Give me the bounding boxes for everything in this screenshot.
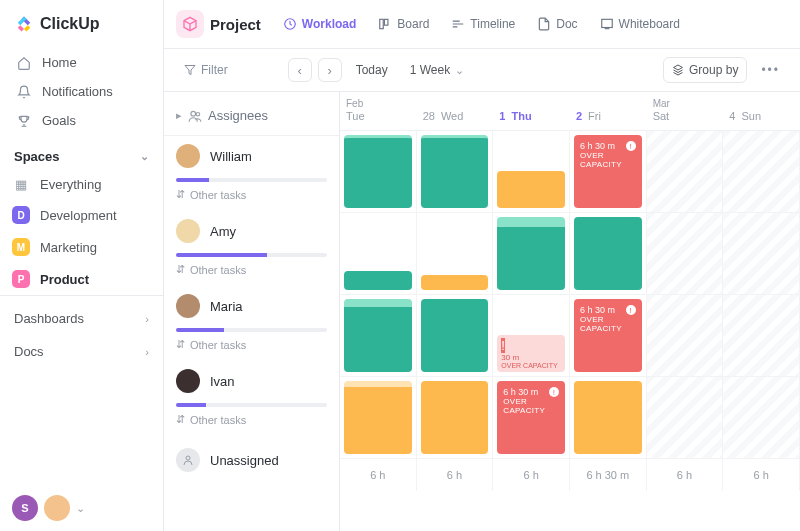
- space-badge: D: [12, 206, 30, 224]
- svg-rect-1: [380, 19, 384, 28]
- task-block[interactable]: [497, 217, 565, 290]
- brand-row: ClickUp: [0, 0, 163, 44]
- grid-cell[interactable]: [417, 377, 494, 459]
- other-tasks-toggle[interactable]: ⇵Other tasks: [176, 257, 327, 286]
- space-badge: P: [12, 270, 30, 288]
- grid-cell[interactable]: [647, 377, 724, 459]
- space-product[interactable]: P Product: [0, 263, 163, 295]
- grid-cell[interactable]: ! 30 m OVER CAPACITY: [493, 295, 570, 377]
- chevron-right-icon: ›: [145, 346, 149, 358]
- grid-row: !6 h 30 mOVER CAPACITY: [340, 377, 800, 459]
- grid-cell[interactable]: [340, 377, 417, 459]
- tab-doc[interactable]: Doc: [529, 11, 585, 37]
- task-block-overcapacity[interactable]: ! 30 m OVER CAPACITY: [497, 335, 565, 372]
- more-button[interactable]: •••: [753, 58, 788, 82]
- nav-label: Home: [42, 55, 77, 70]
- nav-notifications[interactable]: Notifications: [6, 77, 157, 106]
- space-everything[interactable]: ▦ Everything: [0, 170, 163, 199]
- grid-cell[interactable]: [340, 131, 417, 213]
- avatar[interactable]: [44, 495, 70, 521]
- tab-workload[interactable]: Workload: [275, 11, 364, 37]
- grid-cell[interactable]: [647, 295, 724, 377]
- tab-timeline[interactable]: Timeline: [443, 11, 523, 37]
- range-selector[interactable]: 1 Week ⌄: [402, 58, 472, 82]
- grid-cell[interactable]: [570, 377, 647, 459]
- task-block[interactable]: [344, 299, 412, 372]
- assignee-name: Amy: [210, 224, 236, 239]
- filter-button[interactable]: Filter: [176, 58, 236, 82]
- topbar: Project Workload Board Timeline Doc Whit…: [164, 0, 800, 49]
- day-header: 2Fri: [570, 92, 647, 130]
- task-block[interactable]: [421, 299, 489, 372]
- avatar[interactable]: S: [12, 495, 38, 521]
- svg-point-4: [191, 111, 196, 116]
- assignee-unassigned[interactable]: Unassigned: [164, 436, 339, 472]
- task-block[interactable]: [344, 135, 412, 208]
- today-button[interactable]: Today: [348, 58, 396, 82]
- task-block[interactable]: [574, 381, 642, 454]
- hours-cell: 6 h 30 m: [570, 459, 647, 491]
- task-block[interactable]: [421, 381, 489, 454]
- hours-footer: 6 h 6 h 6 h 6 h 30 m 6 h 6 h: [340, 459, 800, 491]
- space-marketing[interactable]: M Marketing: [0, 231, 163, 263]
- assignee-row[interactable]: William ⇵Other tasks: [164, 136, 339, 211]
- trophy-icon: [16, 114, 32, 128]
- task-block-overcapacity[interactable]: !6 h 30 mOVER CAPACITY: [574, 299, 642, 372]
- avatar: [176, 144, 200, 168]
- other-tasks-toggle[interactable]: ⇵Other tasks: [176, 407, 327, 436]
- hours-cell: 6 h: [723, 459, 800, 491]
- grid-cell[interactable]: [493, 213, 570, 295]
- grid-cell[interactable]: [493, 131, 570, 213]
- task-block[interactable]: [574, 217, 642, 290]
- sidebar-docs[interactable]: Docs ›: [0, 335, 163, 368]
- task-block-overcapacity[interactable]: !6 h 30 mOVER CAPACITY: [497, 381, 565, 454]
- link-icon: ⇵: [176, 413, 185, 426]
- space-development[interactable]: D Development: [0, 199, 163, 231]
- svg-rect-2: [385, 19, 389, 25]
- grid-cell[interactable]: [723, 295, 800, 377]
- assignee-row[interactable]: Amy ⇵Other tasks: [164, 211, 339, 286]
- task-block[interactable]: [421, 275, 489, 290]
- assignees-header[interactable]: ▸ Assignees: [164, 92, 339, 136]
- grid-cell[interactable]: [647, 131, 724, 213]
- grid-cell[interactable]: [417, 213, 494, 295]
- assignee-row[interactable]: Ivan ⇵Other tasks: [164, 361, 339, 436]
- clickup-logo-icon: [14, 14, 34, 34]
- grid-cell[interactable]: [723, 213, 800, 295]
- grid-cell[interactable]: !6 h 30 mOVER CAPACITY: [493, 377, 570, 459]
- tab-board[interactable]: Board: [370, 11, 437, 37]
- task-block[interactable]: [344, 381, 412, 454]
- grid-cell[interactable]: !6 h 30 mOVER CAPACITY: [570, 295, 647, 377]
- task-block[interactable]: [497, 171, 565, 208]
- sidebar-dashboards[interactable]: Dashboards ›: [0, 302, 163, 335]
- grid-cell[interactable]: [417, 131, 494, 213]
- assignee-name: William: [210, 149, 252, 164]
- prev-button[interactable]: ‹: [288, 58, 312, 82]
- chevron-down-icon: ⌄: [140, 150, 149, 163]
- task-block[interactable]: [421, 135, 489, 208]
- grid-cell[interactable]: [723, 131, 800, 213]
- nav-goals[interactable]: Goals: [6, 106, 157, 135]
- other-tasks-toggle[interactable]: ⇵Other tasks: [176, 332, 327, 361]
- unassigned-label: Unassigned: [210, 453, 279, 468]
- groupby-button[interactable]: Group by: [663, 57, 747, 83]
- tab-whiteboard[interactable]: Whiteboard: [592, 11, 688, 37]
- task-block[interactable]: [344, 271, 412, 290]
- assignee-row[interactable]: Maria ⇵Other tasks: [164, 286, 339, 361]
- nav-home[interactable]: Home: [6, 48, 157, 77]
- grid-cell[interactable]: [570, 213, 647, 295]
- task-block-overcapacity[interactable]: !6 h 30 mOVER CAPACITY: [574, 135, 642, 208]
- grid-cell[interactable]: [723, 377, 800, 459]
- spaces-header[interactable]: Spaces ⌄: [0, 139, 163, 170]
- project-cube-icon: [176, 10, 204, 38]
- next-button[interactable]: ›: [318, 58, 342, 82]
- grid-cell[interactable]: [417, 295, 494, 377]
- grid-cell[interactable]: [647, 213, 724, 295]
- other-tasks-toggle[interactable]: ⇵Other tasks: [176, 182, 327, 211]
- workload-grid: FebTue 28Wed 1Thu 2Fri MarSat 4Sun !6 h …: [340, 92, 800, 531]
- chevron-down-icon[interactable]: ⌄: [76, 502, 85, 515]
- grid-cell[interactable]: [340, 295, 417, 377]
- grid-cell[interactable]: [340, 213, 417, 295]
- link-icon: ⇵: [176, 263, 185, 276]
- grid-cell[interactable]: !6 h 30 mOVER CAPACITY: [570, 131, 647, 213]
